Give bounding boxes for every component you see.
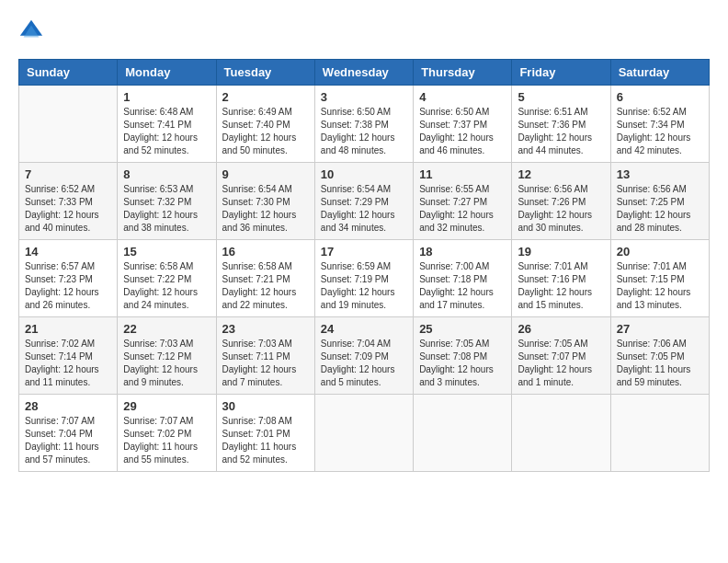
calendar-cell: 2Sunrise: 6:49 AMSunset: 7:40 PMDaylight… xyxy=(216,86,314,163)
day-info: Sunrise: 6:56 AMSunset: 7:26 PMDaylight:… xyxy=(518,183,604,235)
day-info: Sunrise: 7:08 AMSunset: 7:01 PMDaylight:… xyxy=(222,415,309,466)
column-header-tuesday: Tuesday xyxy=(216,60,314,86)
calendar-cell: 9Sunrise: 6:54 AMSunset: 7:30 PMDaylight… xyxy=(216,163,314,240)
calendar-cell: 7Sunrise: 6:52 AMSunset: 7:33 PMDaylight… xyxy=(19,163,118,240)
day-number: 30 xyxy=(222,399,309,413)
calendar-cell: 14Sunrise: 6:57 AMSunset: 7:23 PMDayligh… xyxy=(19,240,118,317)
day-number: 29 xyxy=(123,399,210,413)
column-header-saturday: Saturday xyxy=(610,60,709,86)
day-info: Sunrise: 6:52 AMSunset: 7:33 PMDaylight:… xyxy=(25,183,111,235)
day-info: Sunrise: 6:53 AMSunset: 7:32 PMDaylight:… xyxy=(123,183,210,235)
calendar-cell: 16Sunrise: 6:58 AMSunset: 7:21 PMDayligh… xyxy=(216,240,314,317)
day-info: Sunrise: 6:54 AMSunset: 7:30 PMDaylight:… xyxy=(222,183,309,235)
day-info: Sunrise: 6:52 AMSunset: 7:34 PMDaylight:… xyxy=(617,106,703,157)
calendar-cell: 19Sunrise: 7:01 AMSunset: 7:16 PMDayligh… xyxy=(512,240,610,317)
calendar-cell: 25Sunrise: 7:05 AMSunset: 7:08 PMDayligh… xyxy=(414,317,512,395)
calendar-cell: 22Sunrise: 7:03 AMSunset: 7:12 PMDayligh… xyxy=(118,317,216,395)
day-info: Sunrise: 7:05 AMSunset: 7:08 PMDaylight:… xyxy=(419,338,506,389)
calendar-cell: 21Sunrise: 7:02 AMSunset: 7:14 PMDayligh… xyxy=(19,317,118,395)
day-info: Sunrise: 6:50 AMSunset: 7:38 PMDaylight:… xyxy=(321,106,407,157)
day-number: 16 xyxy=(222,245,309,259)
calendar-cell xyxy=(314,395,413,472)
calendar-cell: 11Sunrise: 6:55 AMSunset: 7:27 PMDayligh… xyxy=(414,163,512,240)
day-info: Sunrise: 6:59 AMSunset: 7:19 PMDaylight:… xyxy=(321,260,407,312)
day-number: 5 xyxy=(518,90,604,104)
day-info: Sunrise: 7:04 AMSunset: 7:09 PMDaylight:… xyxy=(321,338,407,389)
day-number: 21 xyxy=(25,322,111,336)
day-number: 27 xyxy=(617,322,703,336)
column-header-friday: Friday xyxy=(512,60,610,86)
calendar-cell xyxy=(512,395,610,472)
calendar-week-row: 1Sunrise: 6:48 AMSunset: 7:41 PMDaylight… xyxy=(19,86,710,163)
day-info: Sunrise: 7:01 AMSunset: 7:16 PMDaylight:… xyxy=(518,260,604,312)
calendar-cell xyxy=(19,86,118,163)
day-number: 8 xyxy=(123,167,210,181)
calendar-cell: 8Sunrise: 6:53 AMSunset: 7:32 PMDaylight… xyxy=(118,163,216,240)
day-info: Sunrise: 6:54 AMSunset: 7:29 PMDaylight:… xyxy=(321,183,407,235)
day-info: Sunrise: 6:58 AMSunset: 7:22 PMDaylight:… xyxy=(123,260,210,312)
calendar-table: SundayMondayTuesdayWednesdayThursdayFrid… xyxy=(18,59,710,472)
calendar-cell: 28Sunrise: 7:07 AMSunset: 7:04 PMDayligh… xyxy=(19,395,118,472)
column-header-sunday: Sunday xyxy=(19,60,118,86)
day-number: 13 xyxy=(617,167,703,181)
day-number: 20 xyxy=(617,245,703,259)
day-info: Sunrise: 7:07 AMSunset: 7:04 PMDaylight:… xyxy=(25,415,111,466)
day-info: Sunrise: 7:03 AMSunset: 7:11 PMDaylight:… xyxy=(222,338,309,389)
calendar-cell: 5Sunrise: 6:51 AMSunset: 7:36 PMDaylight… xyxy=(512,86,610,163)
calendar-cell: 26Sunrise: 7:05 AMSunset: 7:07 PMDayligh… xyxy=(512,317,610,395)
day-info: Sunrise: 7:01 AMSunset: 7:15 PMDaylight:… xyxy=(617,260,703,312)
day-info: Sunrise: 6:51 AMSunset: 7:36 PMDaylight:… xyxy=(518,106,604,157)
calendar-cell: 20Sunrise: 7:01 AMSunset: 7:15 PMDayligh… xyxy=(610,240,709,317)
calendar-cell xyxy=(610,395,709,472)
calendar-cell: 29Sunrise: 7:07 AMSunset: 7:02 PMDayligh… xyxy=(118,395,216,472)
day-number: 26 xyxy=(518,322,604,336)
calendar-cell: 23Sunrise: 7:03 AMSunset: 7:11 PMDayligh… xyxy=(216,317,314,395)
day-info: Sunrise: 7:07 AMSunset: 7:02 PMDaylight:… xyxy=(123,415,210,466)
day-number: 7 xyxy=(25,167,111,181)
day-info: Sunrise: 7:00 AMSunset: 7:18 PMDaylight:… xyxy=(419,260,506,312)
day-number: 24 xyxy=(321,322,407,336)
calendar-cell: 13Sunrise: 6:56 AMSunset: 7:25 PMDayligh… xyxy=(610,163,709,240)
day-number: 11 xyxy=(419,167,506,181)
day-number: 19 xyxy=(518,245,604,259)
logo xyxy=(18,18,48,44)
day-number: 12 xyxy=(518,167,604,181)
day-number: 6 xyxy=(617,90,703,104)
day-number: 15 xyxy=(123,245,210,259)
calendar-week-row: 7Sunrise: 6:52 AMSunset: 7:33 PMDaylight… xyxy=(19,163,710,240)
calendar-week-row: 28Sunrise: 7:07 AMSunset: 7:04 PMDayligh… xyxy=(19,395,710,472)
page-header xyxy=(18,18,710,44)
logo-icon xyxy=(18,18,44,44)
calendar-header-row: SundayMondayTuesdayWednesdayThursdayFrid… xyxy=(19,60,710,86)
day-info: Sunrise: 6:56 AMSunset: 7:25 PMDaylight:… xyxy=(617,183,703,235)
calendar-cell: 24Sunrise: 7:04 AMSunset: 7:09 PMDayligh… xyxy=(314,317,413,395)
calendar-cell: 18Sunrise: 7:00 AMSunset: 7:18 PMDayligh… xyxy=(414,240,512,317)
day-info: Sunrise: 6:49 AMSunset: 7:40 PMDaylight:… xyxy=(222,106,309,157)
day-number: 1 xyxy=(123,90,210,104)
day-info: Sunrise: 7:06 AMSunset: 7:05 PMDaylight:… xyxy=(617,338,703,389)
calendar-week-row: 21Sunrise: 7:02 AMSunset: 7:14 PMDayligh… xyxy=(19,317,710,395)
calendar-cell: 10Sunrise: 6:54 AMSunset: 7:29 PMDayligh… xyxy=(314,163,413,240)
day-info: Sunrise: 7:02 AMSunset: 7:14 PMDaylight:… xyxy=(25,338,111,389)
calendar-cell: 15Sunrise: 6:58 AMSunset: 7:22 PMDayligh… xyxy=(118,240,216,317)
calendar-cell: 27Sunrise: 7:06 AMSunset: 7:05 PMDayligh… xyxy=(610,317,709,395)
calendar-cell xyxy=(414,395,512,472)
day-info: Sunrise: 6:57 AMSunset: 7:23 PMDaylight:… xyxy=(25,260,111,312)
day-info: Sunrise: 7:03 AMSunset: 7:12 PMDaylight:… xyxy=(123,338,210,389)
column-header-thursday: Thursday xyxy=(414,60,512,86)
calendar-cell: 12Sunrise: 6:56 AMSunset: 7:26 PMDayligh… xyxy=(512,163,610,240)
day-number: 2 xyxy=(222,90,309,104)
day-number: 28 xyxy=(25,399,111,413)
calendar-cell: 30Sunrise: 7:08 AMSunset: 7:01 PMDayligh… xyxy=(216,395,314,472)
day-number: 4 xyxy=(419,90,506,104)
day-number: 9 xyxy=(222,167,309,181)
day-number: 23 xyxy=(222,322,309,336)
column-header-monday: Monday xyxy=(118,60,216,86)
day-info: Sunrise: 7:05 AMSunset: 7:07 PMDaylight:… xyxy=(518,338,604,389)
calendar-cell: 3Sunrise: 6:50 AMSunset: 7:38 PMDaylight… xyxy=(314,86,413,163)
day-info: Sunrise: 6:58 AMSunset: 7:21 PMDaylight:… xyxy=(222,260,309,312)
day-info: Sunrise: 6:48 AMSunset: 7:41 PMDaylight:… xyxy=(123,106,210,157)
day-info: Sunrise: 6:55 AMSunset: 7:27 PMDaylight:… xyxy=(419,183,506,235)
column-header-wednesday: Wednesday xyxy=(314,60,413,86)
day-info: Sunrise: 6:50 AMSunset: 7:37 PMDaylight:… xyxy=(419,106,506,157)
